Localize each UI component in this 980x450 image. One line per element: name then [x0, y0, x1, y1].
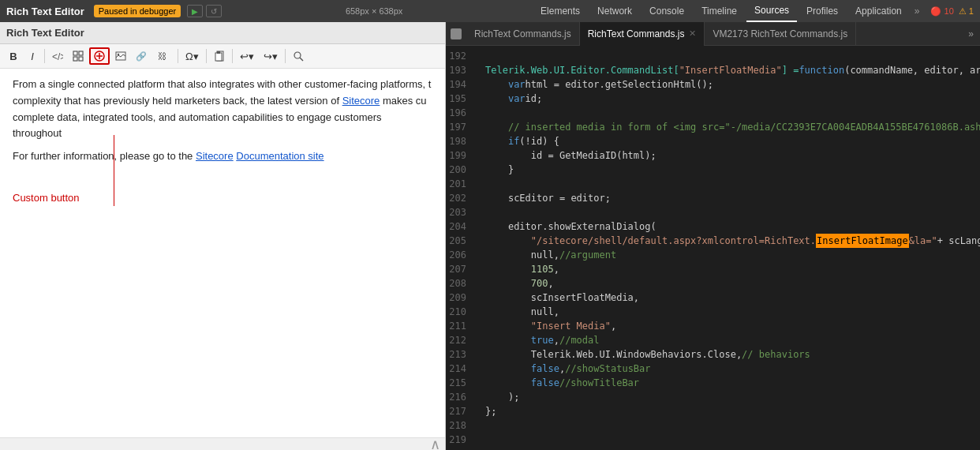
line-number: 220 — [446, 447, 473, 450]
special-chars-button[interactable]: Ω▾ — [181, 47, 203, 65]
sitecore-doc-link2[interactable]: Documentation site — [236, 150, 324, 162]
line-number: 213 — [446, 347, 473, 362]
code-tab-vm2173[interactable]: VM2173 RichText Commands.js — [705, 22, 856, 46]
warn-count: ⚠ 1 — [959, 6, 974, 17]
line-number: 201 — [446, 177, 473, 191]
paste-button[interactable] — [210, 47, 229, 65]
tab-console[interactable]: Console — [641, 0, 692, 22]
code-line: // inserted media in form of <img src="-… — [479, 120, 980, 134]
line-number: 205 — [446, 234, 473, 248]
tab-application[interactable]: Application — [847, 0, 910, 22]
code-line: }; — [479, 404, 980, 418]
line-number: 194 — [446, 77, 473, 92]
svg-rect-3 — [73, 57, 77, 61]
line-number: 208 — [446, 276, 473, 291]
line-number: 211 — [446, 319, 473, 333]
line-number: 212 — [446, 333, 473, 347]
add-media-button[interactable] — [89, 47, 110, 65]
editor-content[interactable]: From a single connected platform that al… — [0, 69, 445, 437]
sitecore-doc-link1[interactable]: Sitecore — [196, 150, 234, 162]
code-line — [479, 433, 980, 447]
devtools-more-button[interactable]: » — [911, 6, 923, 17]
size-info: 658px × 638px — [346, 6, 402, 16]
devtools-tabs: Elements Network Console Timeline Source… — [533, 0, 974, 22]
toolbar-sep-5 — [285, 49, 286, 63]
code-line: var html = editor.getSelectionHtml(); — [479, 77, 980, 92]
tab-profiles[interactable]: Profiles — [799, 0, 846, 22]
code-tab-3-label: VM2173 RichText Commands.js — [713, 28, 847, 39]
module-view-button[interactable] — [69, 47, 88, 65]
code-line: null, — [479, 305, 980, 319]
line-number: 218 — [446, 418, 473, 433]
code-line: Telerik.Web.UI.Editor.CommandList["Inser… — [479, 63, 980, 77]
line-number: 197 — [446, 120, 473, 134]
tab-network[interactable]: Network — [589, 0, 640, 22]
line-numbers: 1921931941951961971981992002012022032042… — [446, 46, 479, 450]
line-number: 206 — [446, 248, 473, 262]
code-tabs-more[interactable]: » — [962, 28, 980, 39]
code-tab-richtext2[interactable]: RichText Commands.js ✕ — [580, 22, 705, 46]
cursor-line — [114, 135, 114, 206]
code-line — [479, 418, 980, 433]
code-line: "/sitecore/shell/default.aspx?xmlcontrol… — [479, 234, 980, 248]
toolbar-sep-3 — [206, 49, 207, 63]
line-number: 217 — [446, 404, 473, 418]
code-tabs: RichText Commands.js RichText Commands.j… — [446, 22, 980, 46]
line-number: 192 — [446, 49, 473, 63]
code-line: null, //argument — [479, 248, 980, 262]
main-layout: Rich Text Editor B I </> 🔗 ⛓ — [0, 22, 980, 450]
image-button[interactable] — [111, 47, 130, 65]
editor-title: Rich Text Editor — [6, 27, 84, 39]
left-panel: Rich Text Editor B I </> 🔗 ⛓ — [0, 22, 446, 450]
scroll-up-icon[interactable]: ∧ — [430, 436, 440, 451]
redo-button[interactable]: ↪▾ — [260, 47, 282, 65]
code-tab-1-label: RichText Commands.js — [474, 28, 571, 39]
line-number: 195 — [446, 92, 473, 106]
code-tab-2-close[interactable]: ✕ — [689, 28, 696, 39]
line-number: 216 — [446, 390, 473, 404]
custom-button-label: Custom button — [13, 192, 80, 204]
file-icon — [451, 28, 462, 39]
code-line: if (!id) { — [479, 134, 980, 148]
italic-button[interactable]: I — [24, 47, 41, 65]
svg-rect-1 — [73, 51, 77, 55]
bold-button[interactable]: B — [5, 47, 22, 65]
undo-button[interactable]: ↩▾ — [236, 47, 258, 65]
tab-elements[interactable]: Elements — [533, 0, 588, 22]
code-content[interactable]: Telerik.Web.UI.Editor.CommandList["Inser… — [479, 46, 980, 450]
code-line — [479, 177, 980, 191]
code-tab-richtext1[interactable]: RichText Commands.js — [466, 22, 580, 46]
code-line: false //showTitleBar — [479, 376, 980, 390]
find-button[interactable] — [289, 47, 308, 65]
svg-rect-14 — [217, 51, 220, 54]
source-button[interactable]: </> — [48, 47, 67, 65]
sitecore-link[interactable]: Sitecore — [342, 95, 380, 107]
tab-timeline[interactable]: Timeline — [694, 0, 745, 22]
debug-controls: ▶ ↺ — [187, 5, 222, 17]
svg-line-16 — [300, 58, 303, 61]
line-number: 219 — [446, 433, 473, 447]
right-panel: RichText Commands.js RichText Commands.j… — [446, 22, 980, 450]
code-line — [479, 447, 980, 450]
code-line: var id; — [479, 92, 980, 106]
resume-button[interactable]: ▶ — [187, 5, 203, 17]
line-number: 199 — [446, 148, 473, 163]
editor-footer: ∧ — [0, 437, 445, 450]
code-line — [479, 49, 980, 63]
svg-text:</>: </> — [52, 51, 63, 62]
custom-button-container: Custom button — [13, 190, 432, 207]
code-line: scEditor = editor; — [479, 191, 980, 205]
unlink-button[interactable]: ⛓ — [154, 47, 174, 65]
editor-toolbar: B I </> 🔗 ⛓ Ω▾ — [0, 44, 445, 69]
code-line: Telerik.Web.UI.WindowBehaviors.Close, //… — [479, 347, 980, 362]
svg-rect-13 — [215, 53, 222, 61]
svg-text:🔗: 🔗 — [136, 51, 147, 62]
hyperlink-button[interactable]: 🔗 — [132, 47, 152, 65]
code-line — [479, 106, 980, 120]
svg-point-15 — [294, 52, 301, 58]
code-line: ); — [479, 390, 980, 404]
step-over-button[interactable]: ↺ — [206, 5, 222, 17]
toolbar-sep-2 — [178, 49, 178, 63]
tab-sources[interactable]: Sources — [746, 0, 797, 22]
svg-point-9 — [118, 54, 119, 55]
